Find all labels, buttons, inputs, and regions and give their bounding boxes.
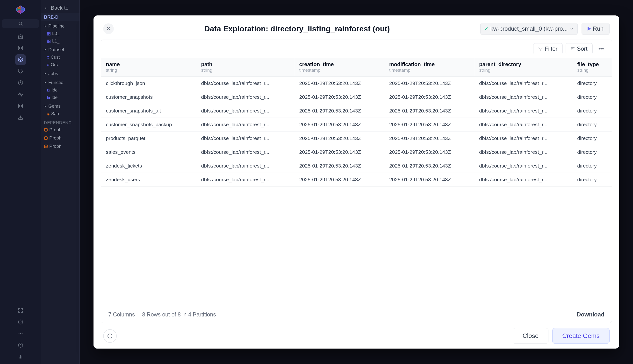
cell-row1-col1: dbfs:/course_lab/rainforest_r...	[196, 90, 294, 104]
create-gems-button[interactable]: Create Gems	[552, 328, 609, 344]
dataset-item-cust[interactable]: Cust	[41, 54, 80, 61]
cell-row2-col4: dbfs:/course_lab/rainforest_r...	[474, 104, 572, 118]
svg-rect-21	[18, 308, 20, 310]
sidebar-item-tags[interactable]	[15, 66, 26, 76]
dataset-dot-icon	[47, 56, 49, 59]
table-toolbar: Filter Sort •••	[101, 40, 612, 58]
cell-row5-col0: sales_events	[101, 145, 196, 159]
gem-small-icon: ◈	[47, 112, 50, 116]
sidebar-item-help[interactable]	[15, 317, 26, 327]
search-button[interactable]	[2, 19, 39, 28]
cell-row2-col3: 2025-01-29T20:53:20.143Z	[384, 104, 474, 118]
cell-row3-col5: directory	[572, 118, 612, 132]
data-table: name string path string creation_time ti…	[101, 58, 612, 306]
gems-header[interactable]: Gems	[41, 102, 80, 110]
svg-marker-47	[45, 82, 46, 84]
svg-rect-9	[21, 46, 22, 48]
table-row[interactable]: customer_snapshots_backupdbfs:/course_la…	[101, 118, 612, 132]
modal-close-x-button[interactable]: ✕	[103, 24, 114, 34]
back-link[interactable]: ← Back to	[41, 3, 80, 13]
svg-rect-40	[49, 34, 50, 35]
pipeline-item-l1[interactable]: L1_	[41, 38, 80, 45]
dependency-item-1[interactable]: Proph	[41, 126, 80, 134]
sidebar-item-download[interactable]	[15, 112, 26, 123]
environment-selector[interactable]: ✓ kw-product_small_0 (kw-pro...	[480, 23, 578, 35]
table-header: name string path string creation_time ti…	[101, 58, 612, 76]
svg-rect-24	[21, 311, 22, 312]
sidebar-item-home[interactable]	[15, 31, 26, 42]
sidebar-item-projects[interactable]	[15, 43, 26, 53]
svg-marker-45	[45, 49, 46, 51]
table-row[interactable]: customer_snapshotsdbfs:/course_lab/rainf…	[101, 90, 612, 104]
sidebar-item-activity[interactable]	[15, 89, 26, 100]
table-row[interactable]: zendesk_usersdbfs:/course_lab/rainforest…	[101, 173, 612, 186]
column-header-path[interactable]: path string	[196, 58, 294, 76]
sort-button[interactable]: Sort	[566, 43, 593, 54]
rows-info: 8 Rows out of 8 in 4 Partitions	[142, 312, 216, 318]
cell-row7-col3: 2025-01-29T20:53:20.143Z	[384, 173, 474, 186]
footer-stats: 7 Columns 8 Rows out of 8 in 4 Partition…	[108, 312, 216, 318]
cell-row3-col3: 2025-01-29T20:53:20.143Z	[384, 118, 474, 132]
cell-row4-col1: dbfs:/course_lab/rainforest_r...	[196, 132, 294, 145]
pipeline-header[interactable]: Pipeline	[41, 22, 80, 30]
run-button[interactable]: Run	[581, 23, 609, 35]
pipeline-item-l0[interactable]: L0_	[41, 30, 80, 38]
dependency-item-3[interactable]: Proph	[41, 142, 80, 150]
column-header-parent-directory[interactable]: parent_directory string	[474, 58, 572, 76]
dataset-header[interactable]: Dataset	[41, 46, 80, 54]
column-header-modification-time[interactable]: modification_time timestamp	[384, 58, 474, 76]
cell-row1-col4: dbfs:/course_lab/rainforest_r...	[474, 90, 572, 104]
cell-row7-col0: zendesk_users	[101, 173, 196, 186]
app-logo[interactable]	[13, 2, 28, 17]
cell-row2-col0: customer_snapshots_alt	[101, 104, 196, 118]
sidebar-item-chart[interactable]	[15, 352, 26, 362]
cell-row0-col5: directory	[572, 76, 612, 90]
filter-button[interactable]: Filter	[533, 43, 562, 54]
function-item-2[interactable]: fx Ide	[41, 94, 80, 102]
cell-row0-col3: 2025-01-29T20:53:20.143Z	[384, 76, 474, 90]
download-button[interactable]: Download	[577, 311, 604, 318]
svg-rect-37	[47, 32, 49, 34]
footer-actions: Close Create Gems	[513, 328, 609, 344]
panel-item-bre[interactable]: BRE-D	[41, 13, 80, 21]
cell-row7-col5: directory	[572, 173, 612, 186]
table-row[interactable]: clickthrough_jsondbfs:/course_lab/rainfo…	[101, 76, 612, 90]
more-options-button[interactable]: •••	[595, 44, 607, 54]
column-header-name[interactable]: name string	[101, 58, 196, 76]
table-row[interactable]: customer_snapshots_altdbfs:/course_lab/r…	[101, 104, 612, 118]
sidebar-item-history[interactable]	[15, 78, 26, 88]
close-modal-button[interactable]: Close	[513, 328, 548, 344]
cell-row2-col2: 2025-01-29T20:53:20.143Z	[294, 104, 384, 118]
function-item-1[interactable]: fx Ide	[41, 86, 80, 94]
table-row[interactable]: sales_eventsdbfs:/course_lab/rainforest_…	[101, 145, 612, 159]
gem-item-1[interactable]: ◈ San	[41, 110, 80, 118]
column-header-file-type[interactable]: file_type string	[572, 58, 612, 76]
info-button[interactable]	[103, 329, 117, 343]
panel-item-jobs[interactable]: Jobs	[41, 70, 80, 78]
dataset-item-orc[interactable]: Orc	[41, 61, 80, 68]
env-selector-label: kw-product_small_0 (kw-pro...	[490, 25, 568, 32]
svg-marker-36	[45, 25, 46, 27]
dependency-item-2[interactable]: Proph	[41, 134, 80, 142]
sidebar-nav	[0, 29, 41, 303]
table-row[interactable]: zendesk_ticketsdbfs:/course_lab/rainfore…	[101, 159, 612, 173]
table-row[interactable]: products_parquetdbfs:/course_lab/rainfor…	[101, 132, 612, 145]
cell-row4-col2: 2025-01-29T20:53:20.143Z	[294, 132, 384, 145]
modal-footer: Close Create Gems	[94, 323, 619, 348]
cell-row0-col1: dbfs:/course_lab/rainforest_r...	[196, 76, 294, 90]
cell-row0-col2: 2025-01-29T20:53:20.143Z	[294, 76, 384, 90]
svg-rect-19	[21, 106, 22, 108]
sidebar-item-grid2[interactable]	[15, 305, 26, 316]
sidebar-item-more[interactable]	[15, 328, 26, 339]
sidebar-item-data[interactable]	[15, 54, 26, 65]
sidebar-item-info[interactable]	[15, 340, 26, 350]
cell-row7-col1: dbfs:/course_lab/rainforest_r...	[196, 173, 294, 186]
column-header-creation-time[interactable]: creation_time timestamp	[294, 58, 384, 76]
cell-row3-col4: dbfs:/course_lab/rainforest_r...	[474, 118, 572, 132]
functions-header[interactable]: Functio	[41, 79, 80, 86]
modal-header-actions: ✓ kw-product_small_0 (kw-pro... Run	[480, 23, 609, 35]
svg-rect-17	[21, 104, 22, 106]
sidebar-item-grid[interactable]	[15, 101, 26, 111]
svg-rect-11	[21, 48, 22, 50]
svg-rect-16	[18, 104, 20, 106]
